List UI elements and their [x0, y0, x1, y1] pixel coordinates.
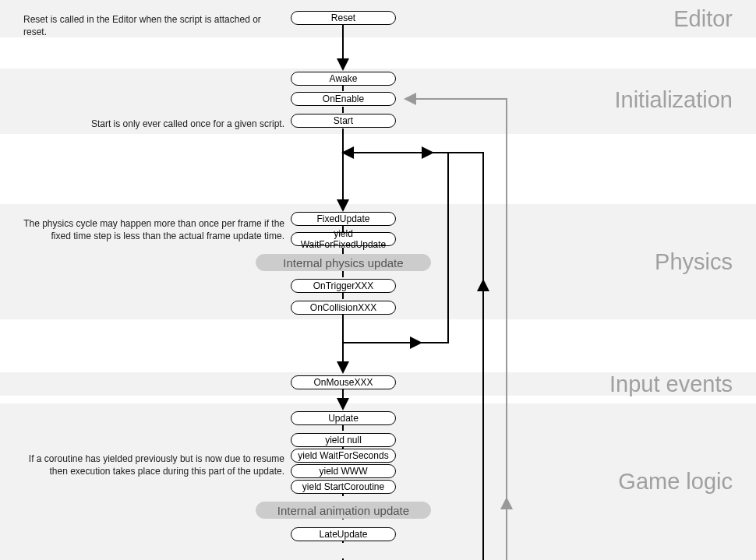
node-internalphys: Internal physics update [256, 254, 431, 271]
note-start: Start is only ever called once for a giv… [23, 118, 284, 131]
section-title-init: Initialization [614, 87, 733, 113]
node-fixedupdate: FixedUpdate [291, 212, 396, 226]
node-onmouse: OnMouseXXX [291, 375, 396, 389]
section-title-editor: Editor [673, 6, 733, 32]
note-reset: Reset is called in the Editor when the s… [23, 14, 284, 38]
node-lateupdate: LateUpdate [291, 527, 396, 541]
section-title-physics: Physics [655, 249, 733, 275]
note-physics: The physics cycle may happen more than o… [23, 218, 284, 242]
node-update: Update [291, 411, 396, 425]
node-awake: Awake [291, 72, 396, 86]
node-yieldstart: yield StartCoroutine [291, 480, 396, 494]
node-ontrigger: OnTriggerXXX [291, 279, 396, 293]
node-yieldsecs: yield WaitForSeconds [291, 449, 396, 463]
node-yieldnull: yield null [291, 433, 396, 447]
node-oncollision: OnCollisionXXX [291, 301, 396, 315]
note-coroutine: If a coroutine has yielded previously bu… [23, 453, 284, 477]
node-reset: Reset [291, 11, 396, 25]
node-start: Start [291, 114, 396, 128]
section-title-input: Input events [609, 372, 733, 397]
node-yieldwww: yield WWW [291, 464, 396, 478]
node-onenable: OnEnable [291, 92, 396, 106]
node-internalanim: Internal animation update [256, 502, 431, 519]
section-title-game: Game logic [618, 469, 733, 495]
node-yieldfixed: yield WaitForFixedUpdate [291, 232, 396, 246]
